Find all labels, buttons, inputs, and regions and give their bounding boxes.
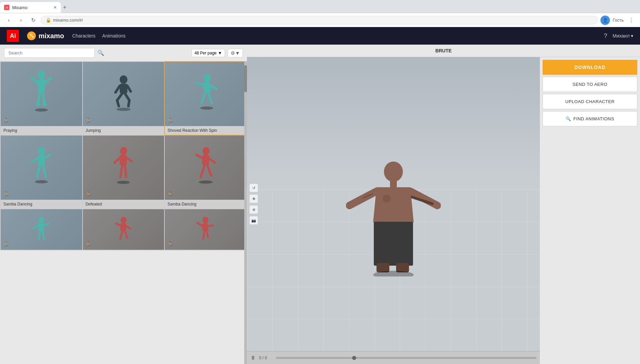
mixamo-logo: 🦴 mixamo [27,31,64,40]
per-page-control[interactable]: 48 Per page ▼ [191,49,225,57]
right-panel: BRUTE [247,45,640,364]
animation-card-9[interactable]: 🏃 [165,209,246,250]
animation-thumbnail-defeated: 🏃 [83,136,164,200]
svg-line-49 [44,223,49,225]
svg-point-32 [120,147,127,155]
animation-card-shoved[interactable]: 🏃 Shoved Reaction With Spin [165,62,246,135]
animation-type-icon-defeated: 🏃 [85,191,92,198]
viewport[interactable]: ↺ ✥ ⊕ 📷 [247,57,540,351]
nav-characters[interactable]: Characters [72,33,95,39]
forward-button[interactable]: › [16,16,26,25]
svg-line-11 [115,86,119,92]
search-input[interactable] [4,48,95,58]
svg-rect-59 [202,223,209,231]
new-tab-button[interactable]: + [63,4,67,11]
svg-point-38 [117,181,130,184]
download-button[interactable]: DOWNLOAD [543,60,637,75]
guest-label: Гость [613,18,624,23]
animation-type-icon-7: 🏃 [3,241,9,248]
animation-type-icon-samba1: 🏃 [3,191,9,198]
browser-menu-button[interactable]: ⋮ [626,16,636,25]
animation-thumbnail-8: 🏃 [83,209,164,250]
svg-line-48 [33,225,38,228]
tab-close-button[interactable]: ✕ [53,5,57,10]
svg-rect-47 [38,223,44,231]
svg-line-56 [120,231,122,239]
tool-rotate[interactable]: ↺ [250,184,258,192]
animation-card-8[interactable]: 🏃 [83,209,164,250]
left-panel: 🔍 48 Per page ▼ ⚙▼ [0,45,247,364]
upload-character-button[interactable]: UPLOAD CHARACTER [543,94,637,109]
per-page-label: 48 Per page [195,51,216,55]
animation-label-jumping: Jumping [83,126,164,135]
animation-card-7[interactable]: 🏃 [1,209,82,250]
animation-thumbnail-samba2: 🏃 [165,136,246,200]
svg-point-0 [38,71,45,79]
play-pause-button[interactable]: ⏸ [250,355,256,361]
svg-rect-69 [374,222,413,266]
refresh-button[interactable]: ↻ [28,16,38,25]
character-svg [346,155,441,276]
nav-links: Characters Animations [72,33,126,39]
tool-zoom[interactable]: ⊕ [250,205,258,214]
svg-line-50 [39,231,40,239]
tool-camera[interactable]: 📷 [250,216,258,224]
url-bar[interactable]: 🔒 mixamo.com/#/ [41,16,598,24]
svg-line-57 [124,231,127,238]
tab-bar: M Mixamo ✕ + [0,0,640,13]
svg-line-36 [120,165,122,177]
svg-rect-10 [120,84,128,94]
app-header: Ai 🦴 mixamo Characters Animations ? Миха… [0,27,640,45]
svg-line-34 [114,158,119,163]
animation-type-icon-praying: 🏃 [3,118,9,124]
active-tab[interactable]: M Mixamo ✕ [0,2,61,13]
svg-point-52 [120,217,127,223]
nav-animations[interactable]: Animations [102,33,125,39]
animation-type-icon-jumping: 🏃 [85,118,92,124]
svg-line-37 [125,165,126,177]
animation-thumbnail-9: 🏃 [165,209,246,250]
back-button[interactable]: ‹ [4,16,14,25]
timeline-thumb[interactable] [352,356,356,360]
animation-thumbnail-7: 🏃 [1,209,82,250]
character-viewport [346,155,441,278]
animation-card-defeated[interactable]: 🏃 Defeated [83,136,164,209]
profile-icon[interactable]: 👤 [600,16,610,25]
svg-line-23 [208,92,212,103]
svg-line-29 [37,165,40,176]
animation-card-samba2[interactable]: 🏃 Samba Dancing [165,136,246,209]
animation-card-jumping[interactable]: 🏃 Jumping [83,62,164,135]
svg-line-16 [128,100,129,106]
svg-line-30 [43,165,46,176]
per-page-chevron: ▼ [218,51,222,55]
animation-grid: 🏃 Praying [0,61,247,250]
svg-point-9 [120,75,128,84]
user-name[interactable]: Михаил ▾ [613,33,633,39]
svg-line-54 [116,223,120,225]
svg-line-2 [32,78,38,83]
svg-rect-19 [202,81,211,93]
animation-label-shoved: Shoved Reaction With Spin [165,126,246,135]
timeline-bar[interactable] [276,357,536,359]
search-button[interactable]: 🔍 [97,50,104,56]
help-button[interactable]: ? [604,32,607,40]
svg-line-5 [43,91,45,103]
animation-thumbnail-jumping: 🏃 [83,62,164,126]
scrollbar-track[interactable] [244,61,247,364]
animation-label-samba2: Samba Dancing [165,200,246,209]
svg-line-21 [210,85,217,89]
scrollbar-thumb[interactable] [244,65,247,92]
tool-pan[interactable]: ✥ [250,195,258,203]
svg-line-12 [127,86,131,91]
right-body: ↺ ✥ ⊕ 📷 ⏸ 0 / 0 [247,57,640,364]
browser-chrome: M Mixamo ✕ + ‹ › ↻ 🔒 mixamo.com/#/ 👤 Гос… [0,0,640,27]
svg-line-14 [117,100,119,106]
animation-type-icon-8: 🏃 [85,241,92,248]
send-to-aero-button[interactable]: SEND TO AERO [543,77,637,92]
svg-rect-26 [38,155,45,165]
animation-card-praying[interactable]: 🏃 Praying [1,62,82,135]
svg-point-45 [199,180,213,184]
settings-button[interactable]: ⚙▼ [228,49,243,57]
find-animations-button[interactable]: 🔍 FIND ANIMATIONS [543,111,637,126]
animation-card-samba1[interactable]: 🏃 Samba Dancing [1,136,82,209]
